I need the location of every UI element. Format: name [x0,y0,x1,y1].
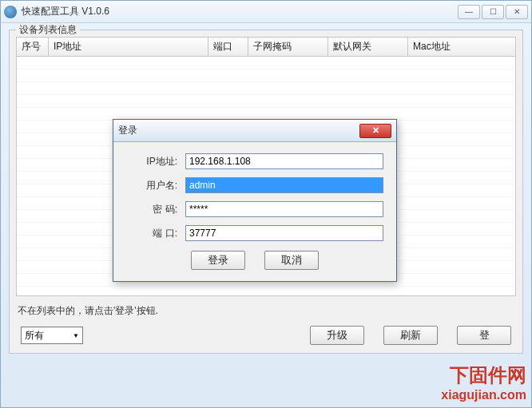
pass-label: 密 码: [126,203,177,216]
username-input[interactable] [185,177,383,193]
device-table: 序号 IP地址 端口 子网掩码 默认网关 Mac地址 [16,37,516,57]
col-port[interactable]: 端口 [208,38,248,57]
port-label: 端 口: [126,227,177,240]
login-dialog: 登录 ✕ IP地址: 用户名: 密 码: 端 口: 登录 取消 [113,119,397,282]
upgrade-button[interactable]: 升级 [310,326,364,345]
dialog-titlebar: 登录 ✕ [113,120,396,142]
maximize-button[interactable]: ☐ [482,5,504,19]
user-label: 用户名: [126,179,177,192]
dialog-cancel-button[interactable]: 取消 [264,251,319,270]
filter-selected-value: 所有 [25,329,44,343]
filter-select[interactable]: 所有 ▼ [21,327,83,344]
hint-text: 不在列表中的，请点击'登录'按钮. [18,304,514,318]
bottom-toolbar: 所有 ▼ 升级 刷新 登 [16,321,516,347]
close-button[interactable]: ✕ [506,5,528,19]
window-title: 快速配置工具 V1.0.6 [22,5,456,18]
watermark: 下固件网 xiagujian.com [441,362,526,402]
titlebar: 快速配置工具 V1.0.6 — ☐ ✕ [1,1,531,23]
col-mac[interactable]: Mac地址 [408,38,516,57]
col-subnet[interactable]: 子网掩码 [248,38,328,57]
ip-label: IP地址: [126,155,177,168]
col-seq[interactable]: 序号 [17,38,49,57]
fieldset-title: 设备列表信息 [16,23,80,37]
dialog-login-button[interactable]: 登录 [191,251,245,270]
watermark-line2: xiagujian.com [441,388,526,402]
col-ip[interactable]: IP地址 [49,38,208,57]
ip-input[interactable] [185,153,383,169]
login-main-button[interactable]: 登 [457,326,511,345]
port-input[interactable] [185,225,383,241]
password-input[interactable] [185,201,383,217]
col-gateway[interactable]: 默认网关 [328,38,408,57]
dialog-button-row: 登录 取消 [126,251,383,270]
chevron-down-icon: ▼ [73,332,79,339]
dialog-title: 登录 [118,124,359,137]
refresh-button[interactable]: 刷新 [383,326,438,345]
table-header-row: 序号 IP地址 端口 子网掩码 默认网关 Mac地址 [17,38,516,57]
minimize-button[interactable]: — [458,5,480,19]
dialog-close-button[interactable]: ✕ [359,124,391,138]
dialog-body: IP地址: 用户名: 密 码: 端 口: 登录 取消 [113,142,396,281]
main-window: 快速配置工具 V1.0.6 — ☐ ✕ 设备列表信息 序号 IP地址 端口 子网… [0,0,532,408]
app-icon [4,6,17,18]
